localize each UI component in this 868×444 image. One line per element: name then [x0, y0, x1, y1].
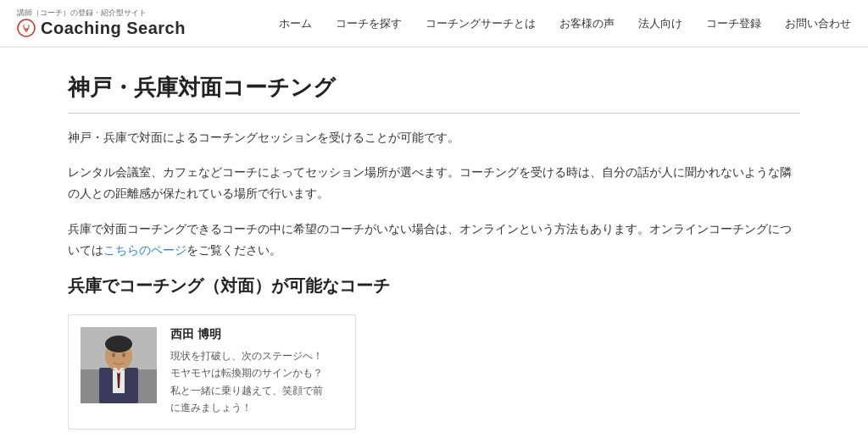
main-content: 神戸・兵庫対面コーチング 神戸・兵庫で対面によるコーチングセッションを受けること… — [0, 47, 868, 444]
page-title: 神戸・兵庫対面コーチング — [68, 73, 800, 114]
main-nav: ホーム コーチを探す コーチングサーチとは お客様の声 法人向け コーチ登録 お… — [279, 16, 851, 31]
nav-reviews[interactable]: お客様の声 — [559, 16, 615, 31]
header: 講師（コーチ）の登録・紹介型サイト Coaching Search ホーム コー… — [0, 0, 868, 47]
coach-description: 現状を打破し、次のステージへ！モヤモヤは転換期のサインかも？私と一緒に乗り越えて… — [170, 347, 343, 417]
intro-paragraph-3: 兵庫で対面コーチングできるコーチの中に希望のコーチがいない場合は、オンラインとい… — [68, 219, 800, 261]
intro-3-after: をご覧ください。 — [186, 243, 281, 257]
svg-point-1 — [25, 25, 29, 29]
svg-point-8 — [105, 336, 132, 352]
logo-main[interactable]: Coaching Search — [17, 19, 186, 38]
nav-about[interactable]: コーチングサーチとは — [426, 16, 536, 31]
nav-register[interactable]: コーチ登録 — [706, 16, 761, 31]
logo-text[interactable]: Coaching Search — [41, 19, 186, 38]
logo-icon — [17, 19, 36, 37]
nav-home[interactable]: ホーム — [279, 16, 312, 31]
coach-info: 西田 博明 現状を打破し、次のステージへ！モヤモヤは転換期のサインかも？私と一緒… — [170, 327, 343, 417]
coach-card[interactable]: 西田 博明 現状を打破し、次のステージへ！モヤモヤは転換期のサインかも？私と一緒… — [68, 314, 356, 430]
svg-point-10 — [122, 352, 125, 357]
logo-subtitle: 講師（コーチ）の登録・紹介型サイト — [17, 8, 186, 18]
intro-paragraph-1: 神戸・兵庫で対面によるコーチングセッションを受けることが可能です。 — [68, 127, 800, 148]
avatar-image — [81, 327, 157, 403]
nav-contact[interactable]: お問い合わせ — [785, 16, 851, 31]
coach-name: 西田 博明 — [170, 327, 343, 342]
coach-avatar — [81, 327, 157, 403]
section-title-coaches: 兵庫でコーチング（対面）が可能なコーチ — [68, 275, 800, 297]
online-coaching-link[interactable]: こちらのページ — [103, 243, 186, 257]
logo-area: 講師（コーチ）の登録・紹介型サイト Coaching Search — [17, 8, 186, 38]
nav-corporate[interactable]: 法人向け — [638, 16, 682, 31]
nav-search[interactable]: コーチを探す — [336, 16, 402, 31]
intro-paragraph-2: レンタル会議室、カフェなどコーチによってセッション場所が選べます。コーチングを受… — [68, 162, 800, 204]
svg-point-9 — [112, 352, 115, 357]
